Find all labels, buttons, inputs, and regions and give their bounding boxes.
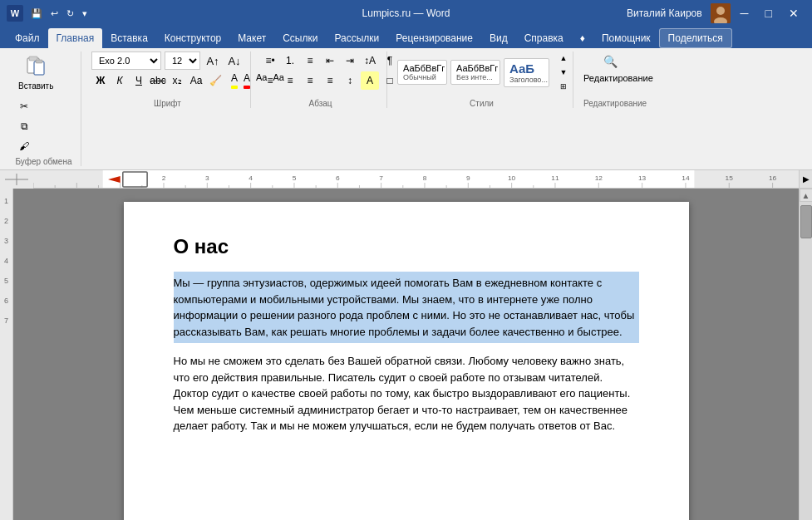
title-bar: W 💾 ↩ ↻ ▾ Lumpics.ru — Word Виталий Каир… [0,0,812,27]
shading-button[interactable]: A [361,71,379,90]
numbering-button[interactable]: 1. [281,52,299,70]
document-scroll-area[interactable]: О нас Мы — группа энтузиастов, одержимых… [13,189,799,520]
clear-format-button[interactable]: 🧹 [206,71,224,90]
word-icon: W [7,5,23,22]
font-color-button[interactable]: A [241,71,253,90]
undo-button[interactable]: ↩ [48,7,61,21]
ruler-scroll-right[interactable]: ▶ [799,170,812,188]
maximize-button[interactable]: □ [759,5,779,22]
style-no-spacing[interactable]: АаБбВвГг Без инте... [450,60,500,85]
increase-indent-button[interactable]: ⇥ [341,52,359,70]
italic-button[interactable]: К [111,71,129,90]
bullets-button[interactable]: ≡• [261,52,279,70]
underline-button[interactable]: Ч [130,71,148,90]
close-button[interactable]: ✕ [782,5,805,22]
tab-file[interactable]: Файл [7,28,48,48]
font-size-select[interactable]: 12 [165,52,200,70]
svg-text:5: 5 [293,174,297,182]
copy-button[interactable]: ⧉ [15,117,33,135]
change-case-button[interactable]: Aa [187,71,205,90]
svg-text:14: 14 [682,174,690,182]
title-bar-right: Виталий Каиров ─ □ ✕ [627,3,805,23]
tab-mailings[interactable]: Рассылки [326,28,387,48]
svg-text:15: 15 [726,174,734,182]
window-title: Lumpics.ru — Word [362,7,450,19]
tab-layout[interactable]: Макет [229,28,274,48]
styles-scroll-up[interactable]: ▲ [554,52,573,66]
svg-text:3: 3 [205,174,209,182]
decrease-indent-button[interactable]: ⇤ [321,52,339,70]
decrease-font-button[interactable]: A↓ [225,52,244,70]
paste-label: Вставить [18,81,53,91]
svg-rect-11 [103,170,695,188]
styles-label: Стили [397,99,566,108]
customize-quick-access-button[interactable]: ▾ [80,7,90,21]
multilevel-list-button[interactable]: ≡ [301,52,319,70]
increase-font-button[interactable]: A↑ [204,52,222,70]
svg-text:12: 12 [595,174,603,182]
scroll-up-button[interactable]: ▲ [800,189,813,202]
svg-text:6: 6 [336,174,340,182]
svg-text:10: 10 [508,174,516,182]
paragraph2-text: Но мы не сможем это сделать без Вашей об… [174,355,631,432]
align-right-button[interactable]: ≡ [301,71,319,90]
redo-button[interactable]: ↻ [64,7,76,21]
tab-share[interactable]: Поделиться [659,28,732,48]
strikethrough-button[interactable]: abc [149,71,167,90]
format-painter-button[interactable]: 🖌 [15,137,33,155]
tab-help[interactable]: Справка [516,28,572,48]
subscript-button[interactable]: x₂ [168,71,186,90]
ruler-corner[interactable] [0,170,33,188]
svg-rect-6 [36,60,42,63]
clipboard-group: Вставить ✂ ⧉ 🖌 Буфер обмена [7,52,81,166]
tab-insert[interactable]: Вставка [102,28,156,48]
editing-label: Редактирование [583,73,637,83]
user-name: Виталий Каиров [627,7,702,19]
justify-button[interactable]: ≡ [321,71,339,90]
styles-scroll-down[interactable]: ▼ [554,66,573,80]
paste-button[interactable]: Вставить [13,52,58,94]
tab-assistant[interactable]: Помощник [593,28,659,48]
styles-expand[interactable]: ⊞ [554,79,573,93]
style-heading[interactable]: АаБ Заголово... [504,58,549,87]
ruler-container: 2 3 4 5 6 7 8 9 10 11 12 13 14 15 16 ▶ [0,170,812,189]
save-button[interactable]: 💾 [28,7,45,21]
styles-group: АаБбВвГг Обычный АаБбВвГг Без инте... Аа… [391,52,573,108]
title-bar-left: W 💾 ↩ ↻ ▾ [7,5,90,22]
editing-group-label: Редактирование [583,99,637,108]
svg-text:11: 11 [551,174,559,182]
minimize-button[interactable]: ─ [734,5,755,22]
scrollbar-track[interactable] [800,202,812,520]
scrollbar-thumb[interactable] [800,205,812,238]
tab-view[interactable]: Вид [481,28,516,48]
svg-text:13: 13 [638,174,647,182]
editing-group: 🔍 Редактирование Редактирование [577,52,643,108]
user-avatar [711,3,731,23]
paragraph-highlighted: Мы — группа энтузиастов, одержимых идеей… [174,272,639,343]
ruler[interactable]: 2 3 4 5 6 7 8 9 10 11 12 13 14 15 16 [33,170,799,188]
tab-constructor[interactable]: Конструктор [156,28,229,48]
sort-button[interactable]: ↕A [361,52,379,70]
paragraph-normal: Но мы не сможем это сделать без Вашей об… [174,353,639,434]
font-name-select[interactable]: Exo 2.0 [91,52,161,70]
document-title: О нас [174,235,639,258]
cut-button[interactable]: ✂ [15,97,33,115]
svg-point-1 [716,7,725,15]
tab-review[interactable]: Рецензирование [387,28,481,48]
highlight-color-button[interactable]: A [229,71,240,90]
line-spacing-button[interactable]: ↕ [341,71,359,90]
font-label: Шрифт [91,99,244,108]
svg-text:2: 2 [162,174,166,182]
vertical-ruler: 1 2 3 4 5 6 7 [0,189,13,520]
align-center-button[interactable]: ≡ [281,71,299,90]
tab-diamond[interactable]: ♦ [572,28,593,48]
style-normal[interactable]: АаБбВвГг Обычный [397,60,447,85]
vertical-scrollbar: ▲ ▼ [799,189,812,520]
tab-links[interactable]: Ссылки [274,28,326,48]
align-left-button[interactable]: ≡ [261,71,279,90]
paragraph-label: Абзац [261,99,380,108]
tab-home[interactable]: Главная [48,28,103,48]
bold-button[interactable]: Ж [91,71,110,90]
clipboard-label: Буфер обмена [13,157,74,166]
find-button[interactable]: 🔍 [583,52,637,71]
